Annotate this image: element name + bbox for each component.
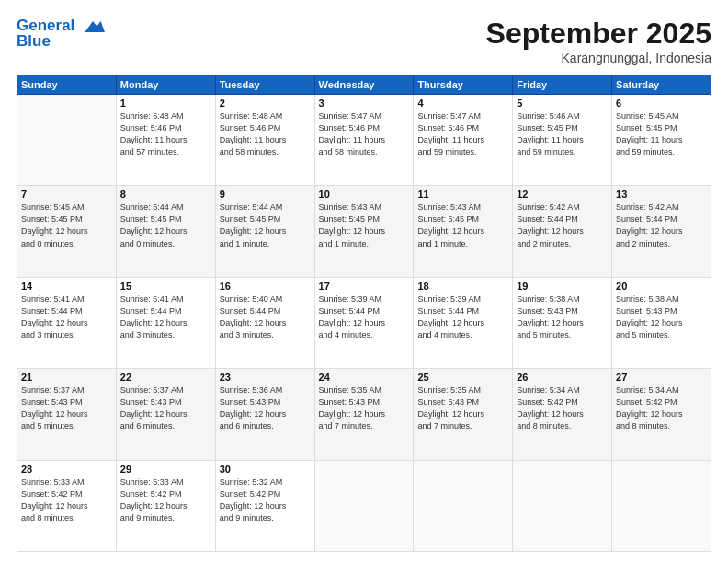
- calendar-cell: [414, 460, 513, 551]
- day-number: 2: [220, 98, 311, 109]
- calendar-week-row: 21Sunrise: 5:37 AM Sunset: 5:43 PM Dayli…: [17, 369, 711, 460]
- cell-info: Sunrise: 5:37 AM Sunset: 5:43 PM Dayligh…: [120, 385, 211, 432]
- calendar-cell: 26Sunrise: 5:34 AM Sunset: 5:42 PM Dayli…: [513, 369, 612, 460]
- calendar-cell: 28Sunrise: 5:33 AM Sunset: 5:42 PM Dayli…: [17, 460, 117, 551]
- cell-info: Sunrise: 5:44 AM Sunset: 5:45 PM Dayligh…: [120, 201, 211, 249]
- day-number: 30: [220, 464, 311, 475]
- day-number: 19: [517, 281, 608, 292]
- calendar-cell: 30Sunrise: 5:32 AM Sunset: 5:42 PM Dayli…: [215, 460, 314, 551]
- day-number: 10: [319, 189, 410, 200]
- day-number: 21: [21, 372, 112, 383]
- day-number: 6: [616, 98, 707, 109]
- cell-info: Sunrise: 5:46 AM Sunset: 5:45 PM Dayligh…: [517, 110, 608, 158]
- calendar-cell: 1Sunrise: 5:48 AM Sunset: 5:46 PM Daylig…: [116, 95, 215, 186]
- calendar-cell: 11Sunrise: 5:43 AM Sunset: 5:45 PM Dayli…: [414, 186, 513, 277]
- day-number: 11: [417, 189, 508, 200]
- logo: General Blue: [17, 17, 105, 50]
- calendar-cell: 3Sunrise: 5:47 AM Sunset: 5:46 PM Daylig…: [314, 95, 414, 186]
- calendar-table: SundayMondayTuesdayWednesdayThursdayFrid…: [17, 75, 711, 552]
- calendar-cell: [314, 460, 414, 551]
- day-number: 16: [220, 281, 311, 292]
- calendar-cell: 24Sunrise: 5:35 AM Sunset: 5:43 PM Dayli…: [314, 369, 414, 460]
- day-number: 9: [220, 189, 311, 200]
- calendar-cell: 6Sunrise: 5:45 AM Sunset: 5:45 PM Daylig…: [612, 95, 711, 186]
- cell-info: Sunrise: 5:32 AM Sunset: 5:42 PM Dayligh…: [220, 477, 311, 524]
- cell-info: Sunrise: 5:37 AM Sunset: 5:43 PM Dayligh…: [21, 385, 112, 432]
- day-number: 14: [21, 281, 112, 292]
- day-number: 24: [319, 372, 410, 383]
- cell-info: Sunrise: 5:35 AM Sunset: 5:43 PM Dayligh…: [319, 385, 410, 432]
- cell-info: Sunrise: 5:38 AM Sunset: 5:43 PM Dayligh…: [517, 293, 608, 341]
- cell-info: Sunrise: 5:38 AM Sunset: 5:43 PM Dayligh…: [616, 293, 707, 341]
- cell-info: Sunrise: 5:40 AM Sunset: 5:44 PM Dayligh…: [220, 293, 311, 341]
- calendar-cell: 19Sunrise: 5:38 AM Sunset: 5:43 PM Dayli…: [513, 277, 612, 368]
- cell-info: Sunrise: 5:42 AM Sunset: 5:44 PM Dayligh…: [616, 201, 707, 249]
- weekday-header-row: SundayMondayTuesdayWednesdayThursdayFrid…: [17, 75, 711, 95]
- header: General Blue September 2025 Karangnungga…: [17, 17, 711, 65]
- calendar-week-row: 1Sunrise: 5:48 AM Sunset: 5:46 PM Daylig…: [17, 95, 711, 186]
- calendar-cell: 14Sunrise: 5:41 AM Sunset: 5:44 PM Dayli…: [17, 277, 117, 368]
- day-number: 26: [517, 372, 608, 383]
- svg-marker-0: [85, 20, 105, 31]
- cell-info: Sunrise: 5:33 AM Sunset: 5:42 PM Dayligh…: [21, 477, 112, 524]
- day-number: 22: [120, 372, 211, 383]
- cell-info: Sunrise: 5:34 AM Sunset: 5:42 PM Dayligh…: [616, 385, 707, 432]
- calendar-cell: 13Sunrise: 5:42 AM Sunset: 5:44 PM Dayli…: [612, 186, 711, 277]
- weekday-header-tuesday: Tuesday: [215, 75, 314, 95]
- cell-info: Sunrise: 5:43 AM Sunset: 5:45 PM Dayligh…: [417, 201, 508, 249]
- cell-info: Sunrise: 5:45 AM Sunset: 5:45 PM Dayligh…: [21, 201, 112, 249]
- day-number: 17: [319, 281, 410, 292]
- day-number: 15: [120, 281, 211, 292]
- weekday-header-monday: Monday: [116, 75, 215, 95]
- calendar-cell: 20Sunrise: 5:38 AM Sunset: 5:43 PM Dayli…: [612, 277, 711, 368]
- calendar-cell: 5Sunrise: 5:46 AM Sunset: 5:45 PM Daylig…: [513, 95, 612, 186]
- calendar-cell: 7Sunrise: 5:45 AM Sunset: 5:45 PM Daylig…: [17, 186, 117, 277]
- title-block: September 2025 Karangnunggal, Indonesia: [486, 17, 711, 65]
- calendar-week-row: 14Sunrise: 5:41 AM Sunset: 5:44 PM Dayli…: [17, 277, 711, 368]
- day-number: 27: [616, 372, 707, 383]
- calendar-cell: 12Sunrise: 5:42 AM Sunset: 5:44 PM Dayli…: [513, 186, 612, 277]
- location-subtitle: Karangnunggal, Indonesia: [486, 51, 711, 65]
- day-number: 8: [120, 189, 211, 200]
- calendar-cell: [17, 95, 117, 186]
- calendar-cell: 17Sunrise: 5:39 AM Sunset: 5:44 PM Dayli…: [314, 277, 414, 368]
- day-number: 20: [616, 281, 707, 292]
- day-number: 25: [417, 372, 508, 383]
- page: General Blue September 2025 Karangnungga…: [0, 0, 728, 563]
- weekday-header-friday: Friday: [513, 75, 612, 95]
- calendar-cell: [612, 460, 711, 551]
- calendar-cell: 29Sunrise: 5:33 AM Sunset: 5:42 PM Dayli…: [116, 460, 215, 551]
- cell-info: Sunrise: 5:35 AM Sunset: 5:43 PM Dayligh…: [417, 385, 508, 432]
- cell-info: Sunrise: 5:34 AM Sunset: 5:42 PM Dayligh…: [517, 385, 608, 432]
- calendar-cell: 18Sunrise: 5:39 AM Sunset: 5:44 PM Dayli…: [414, 277, 513, 368]
- cell-info: Sunrise: 5:41 AM Sunset: 5:44 PM Dayligh…: [21, 293, 112, 341]
- calendar-week-row: 28Sunrise: 5:33 AM Sunset: 5:42 PM Dayli…: [17, 460, 711, 551]
- day-number: 23: [220, 372, 311, 383]
- weekday-header-saturday: Saturday: [612, 75, 711, 95]
- cell-info: Sunrise: 5:43 AM Sunset: 5:45 PM Dayligh…: [319, 201, 410, 249]
- calendar-cell: 9Sunrise: 5:44 AM Sunset: 5:45 PM Daylig…: [215, 186, 314, 277]
- calendar-cell: 25Sunrise: 5:35 AM Sunset: 5:43 PM Dayli…: [414, 369, 513, 460]
- day-number: 4: [417, 98, 508, 109]
- day-number: 18: [417, 281, 508, 292]
- day-number: 7: [21, 189, 112, 200]
- cell-info: Sunrise: 5:44 AM Sunset: 5:45 PM Dayligh…: [220, 201, 311, 249]
- weekday-header-thursday: Thursday: [414, 75, 513, 95]
- day-number: 29: [120, 464, 211, 475]
- cell-info: Sunrise: 5:33 AM Sunset: 5:42 PM Dayligh…: [120, 477, 211, 524]
- cell-info: Sunrise: 5:39 AM Sunset: 5:44 PM Dayligh…: [417, 293, 508, 341]
- calendar-cell: 4Sunrise: 5:47 AM Sunset: 5:46 PM Daylig…: [414, 95, 513, 186]
- cell-info: Sunrise: 5:45 AM Sunset: 5:45 PM Dayligh…: [616, 110, 707, 158]
- calendar-cell: 22Sunrise: 5:37 AM Sunset: 5:43 PM Dayli…: [116, 369, 215, 460]
- cell-info: Sunrise: 5:47 AM Sunset: 5:46 PM Dayligh…: [417, 110, 508, 158]
- logo-bird-icon: [81, 17, 105, 36]
- cell-info: Sunrise: 5:48 AM Sunset: 5:46 PM Dayligh…: [220, 110, 311, 158]
- weekday-header-wednesday: Wednesday: [314, 75, 414, 95]
- cell-info: Sunrise: 5:48 AM Sunset: 5:46 PM Dayligh…: [120, 110, 211, 158]
- weekday-header-sunday: Sunday: [17, 75, 117, 95]
- day-number: 5: [517, 98, 608, 109]
- month-title: September 2025: [486, 17, 711, 51]
- cell-info: Sunrise: 5:41 AM Sunset: 5:44 PM Dayligh…: [120, 293, 211, 341]
- day-number: 1: [120, 98, 211, 109]
- cell-info: Sunrise: 5:39 AM Sunset: 5:44 PM Dayligh…: [319, 293, 410, 341]
